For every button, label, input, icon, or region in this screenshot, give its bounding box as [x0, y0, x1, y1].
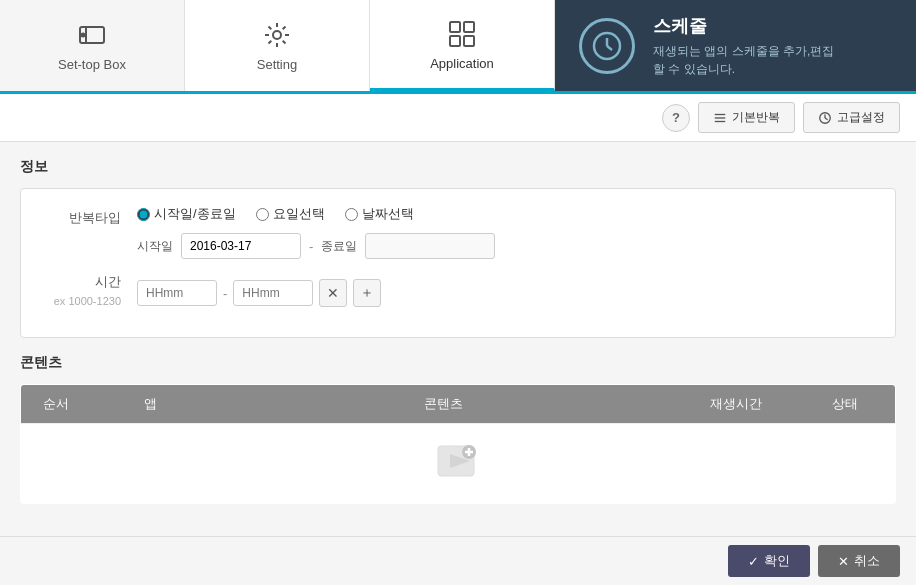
radio-start-end[interactable]: 시작일/종료일 [137, 205, 236, 223]
advanced-label: 고급설정 [837, 109, 885, 126]
confirm-button[interactable]: ✓ 확인 [728, 545, 810, 577]
info-box: 반복타입 시작일/종료일 요일선택 날짜선택 [20, 188, 896, 338]
svg-rect-13 [464, 22, 474, 32]
radio-weekday-input[interactable] [256, 208, 269, 221]
add-time-button[interactable]: ＋ [353, 279, 381, 307]
svg-rect-14 [450, 36, 460, 46]
repeat-type-controls: 시작일/종료일 요일선택 날짜선택 시작일 - 종료일 [137, 205, 879, 259]
tab-setting-label: Setting [257, 57, 297, 72]
svg-line-9 [283, 41, 286, 44]
date-row: 시작일 - 종료일 [137, 233, 879, 259]
svg-line-8 [269, 27, 272, 30]
radio-date-select-input[interactable] [345, 208, 358, 221]
svg-point-3 [273, 31, 281, 39]
tab-application-label: Application [430, 56, 494, 71]
settopbox-icon [76, 19, 108, 51]
contents-section: 콘텐츠 순서 앱 콘텐츠 재생시간 상태 [20, 354, 896, 504]
advanced-button[interactable]: 고급설정 [803, 102, 900, 133]
add-content-icon [434, 438, 482, 486]
repeat-type-label: 반복타입 [37, 205, 137, 227]
cancel-button[interactable]: ✕ 취소 [818, 545, 900, 577]
schedule-clock-icon [579, 18, 635, 74]
confirm-label: 확인 [764, 552, 790, 570]
remove-time-button[interactable]: ✕ [319, 279, 347, 307]
svg-line-10 [283, 27, 286, 30]
svg-line-18 [607, 46, 612, 50]
radio-start-end-input[interactable] [137, 208, 150, 221]
radio-group: 시작일/종료일 요일선택 날짜선택 [137, 205, 879, 223]
radio-start-end-label: 시작일/종료일 [154, 205, 236, 223]
table-empty-cell [21, 424, 896, 504]
radio-weekday-label: 요일선택 [273, 205, 325, 223]
confirm-check-icon: ✓ [748, 554, 759, 569]
cancel-label: 취소 [854, 552, 880, 570]
content-table: 순서 앱 콘텐츠 재생시간 상태 [20, 384, 896, 504]
tab-settopbox[interactable]: Set-top Box [0, 0, 185, 91]
time-separator: - [223, 286, 227, 301]
cancel-x-icon: ✕ [838, 554, 849, 569]
contents-section-title: 콘텐츠 [20, 354, 896, 372]
col-order: 순서 [21, 385, 91, 424]
schedule-title: 스케줄 [653, 14, 834, 38]
time-note: ex 1000-1230 [37, 295, 121, 307]
date-dash: - [309, 239, 313, 254]
svg-rect-12 [450, 22, 460, 32]
tab-application[interactable]: Application [370, 0, 555, 91]
basic-repeat-label: 기본반복 [732, 109, 780, 126]
bottom-bar: ✓ 확인 ✕ 취소 [0, 536, 916, 585]
start-date-input[interactable] [181, 233, 301, 259]
table-header: 순서 앱 콘텐츠 재생시간 상태 [21, 385, 896, 424]
svg-rect-15 [464, 36, 474, 46]
add-media-icon [434, 438, 482, 486]
table-empty-row [21, 424, 896, 504]
repeat-type-row: 반복타입 시작일/종료일 요일선택 날짜선택 [37, 205, 879, 259]
help-button[interactable]: ? [662, 104, 690, 132]
application-icon [446, 18, 478, 50]
time-row: 시간 ex 1000-1230 - ✕ ＋ [37, 273, 879, 307]
time-label: 시간 [37, 273, 137, 291]
main-content: 정보 반복타입 시작일/종료일 요일선택 날짜선택 [0, 142, 916, 585]
top-nav: Set-top Box Setting Application [0, 0, 916, 94]
col-content: 콘텐츠 [211, 385, 676, 424]
time-end-input[interactable] [233, 280, 313, 306]
tab-setting[interactable]: Setting [185, 0, 370, 91]
end-date-label: 종료일 [321, 238, 357, 255]
end-date-input[interactable] [365, 233, 495, 259]
list-icon [713, 111, 727, 125]
time-input-row: - ✕ ＋ [137, 279, 879, 307]
time-controls: - ✕ ＋ [137, 273, 879, 307]
start-date-label: 시작일 [137, 238, 173, 255]
tab-settopbox-label: Set-top Box [58, 57, 126, 72]
toolbar: ? 기본반복 고급설정 [0, 94, 916, 142]
clock-icon [818, 111, 832, 125]
table-body [21, 424, 896, 504]
radio-date-select[interactable]: 날짜선택 [345, 205, 414, 223]
svg-point-2 [82, 34, 85, 37]
col-playtime: 재생시간 [676, 385, 796, 424]
svg-line-24 [825, 118, 828, 120]
schedule-description: 재생되는 앱의 스케줄을 추가,편집할 수 있습니다. [653, 42, 834, 78]
setting-icon [261, 19, 293, 51]
time-start-input[interactable] [137, 280, 217, 306]
col-app: 앱 [91, 385, 211, 424]
info-section-title: 정보 [20, 158, 896, 176]
schedule-text: 스케줄 재생되는 앱의 스케줄을 추가,편집할 수 있습니다. [653, 14, 834, 78]
radio-weekday[interactable]: 요일선택 [256, 205, 325, 223]
radio-date-select-label: 날짜선택 [362, 205, 414, 223]
basic-repeat-button[interactable]: 기본반복 [698, 102, 795, 133]
svg-line-11 [269, 41, 272, 44]
col-status: 상태 [796, 385, 896, 424]
schedule-panel: 스케줄 재생되는 앱의 스케줄을 추가,편집할 수 있습니다. [555, 0, 916, 91]
